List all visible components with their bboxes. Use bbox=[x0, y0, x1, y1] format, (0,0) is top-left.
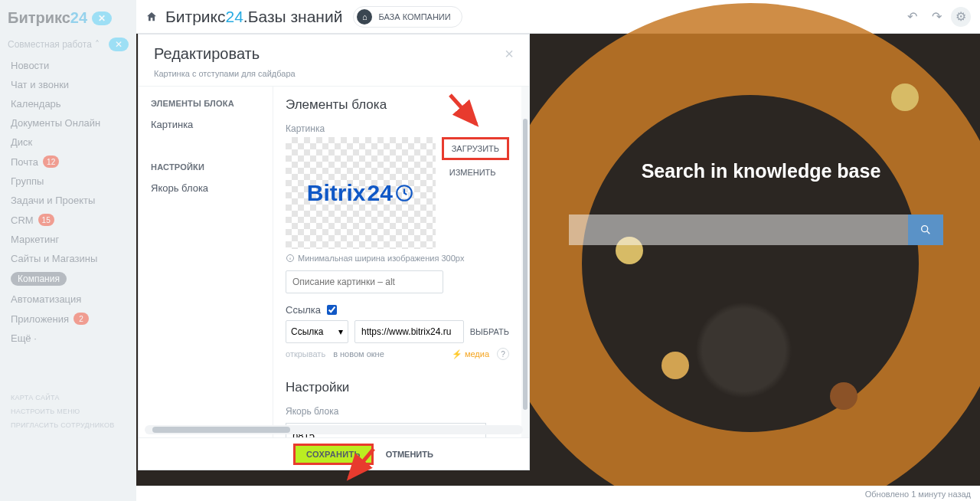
image-preview[interactable]: Bitrix24 bbox=[286, 137, 436, 249]
page-title: Битрикс24.Базы знаний bbox=[165, 8, 342, 26]
sidebar-item-3[interactable]: Документы Онлайн bbox=[0, 113, 136, 133]
left-sidebar: Битрикс 24 ✕ Совместная работа ˄ ✕ Новос… bbox=[0, 0, 136, 501]
kb-chip-label: БАЗА КОМПАНИИ bbox=[378, 12, 450, 21]
edit-modal: Редактировать × Картинка с отступами для… bbox=[138, 34, 530, 470]
open-left: открывать bbox=[286, 349, 325, 359]
save-button[interactable]: СОХРАНИТЬ bbox=[293, 444, 374, 465]
badge: 12 bbox=[43, 156, 59, 168]
sidebar-item-label: Почта bbox=[11, 156, 38, 168]
sidebar-item-12[interactable]: Автоматизация bbox=[0, 290, 136, 309]
search-button[interactable] bbox=[908, 214, 943, 245]
section-heading-elements: Элементы блока bbox=[286, 97, 509, 113]
sidebar-item-label: Чат и звонки bbox=[11, 79, 69, 90]
sidebar-item-label: Маркетинг bbox=[11, 234, 59, 245]
sidebar-item-6[interactable]: Группы bbox=[0, 172, 136, 191]
kb-chip[interactable]: ⌂ БАЗА КОМПАНИИ bbox=[353, 6, 462, 28]
kb-chip-avatar-icon: ⌂ bbox=[357, 9, 372, 25]
modal-nav-item-anchor[interactable]: Якорь блока bbox=[151, 179, 260, 206]
sidebar-item-14[interactable]: Ещё · bbox=[0, 329, 136, 348]
sidebar-item-10[interactable]: Сайты и Магазины bbox=[0, 249, 136, 268]
modal-nav-sec1: ЭЛЕМЕНТЫ БЛОКА bbox=[151, 99, 260, 108]
search-title: Search in knowledge base bbox=[580, 160, 942, 182]
sidebar-item-label: Ещё · bbox=[11, 332, 37, 344]
horizontal-scrollbar[interactable] bbox=[145, 425, 523, 434]
link-pick-button[interactable]: ВЫБРАТЬ bbox=[470, 327, 509, 336]
gear-icon[interactable]: ⚙ bbox=[951, 7, 971, 27]
sidebar-item-label: Задачи и Проекты bbox=[11, 195, 95, 206]
sidebar-item-1[interactable]: Чат и звонки bbox=[0, 75, 136, 94]
modal-nav-item-image[interactable]: Картинка bbox=[151, 116, 260, 142]
image-hint: Минимальная ширина изображения 300px bbox=[286, 254, 509, 263]
open-right[interactable]: в новом окне bbox=[333, 349, 384, 359]
status-text: Обновлено 1 минуту назад bbox=[865, 490, 971, 499]
modal-footer: СОХРАНИТЬ ОТМЕНИТЬ bbox=[139, 437, 529, 470]
sidebar-item-label: Автоматизация bbox=[11, 293, 81, 305]
sidebar-section-label: Совместная работа bbox=[8, 39, 92, 50]
chevron-up-icon: ˄ bbox=[95, 39, 100, 50]
redo-icon[interactable]: ↷ bbox=[926, 7, 946, 27]
anchor-label: Якорь блока bbox=[286, 406, 509, 417]
logo-text-1: Битрикс bbox=[8, 9, 70, 27]
search-bar[interactable] bbox=[569, 214, 943, 245]
sidebar-item-4[interactable]: Диск bbox=[0, 133, 136, 152]
alt-input[interactable] bbox=[286, 270, 443, 293]
sidebar-item-label: Диск bbox=[11, 136, 32, 148]
sidebar-item-label: Сайты и Магазины bbox=[11, 253, 97, 264]
sidebar-item-11[interactable]: Компания bbox=[0, 268, 136, 290]
footer-link-menu[interactable]: НАСТРОИТЬ МЕНЮ bbox=[8, 404, 129, 418]
close-icon[interactable]: × bbox=[505, 45, 514, 63]
section-heading-settings: Настройки bbox=[286, 380, 509, 395]
link-label: Ссылка bbox=[286, 304, 321, 316]
sidebar-item-8[interactable]: CRM15 bbox=[0, 210, 136, 230]
link-type-select[interactable]: Ссылка ▾ bbox=[286, 320, 348, 343]
footer-link-sitemap[interactable]: КАРТА САЙТА bbox=[8, 391, 129, 404]
search-icon bbox=[920, 224, 932, 236]
sidebar-item-5[interactable]: Почта12 bbox=[0, 152, 136, 172]
status-bar: Обновлено 1 минуту назад bbox=[136, 486, 980, 501]
close-pill-icon[interactable]: ✕ bbox=[92, 11, 112, 25]
sidebar-item-label: Новости bbox=[11, 60, 49, 71]
sidebar-item-label: CRM bbox=[11, 214, 34, 226]
modal-nav-sec2: НАСТРОЙКИ bbox=[151, 162, 260, 172]
image-label: Картинка bbox=[286, 123, 509, 134]
cancel-button[interactable]: ОТМЕНИТЬ bbox=[381, 444, 438, 465]
logo-text-2: 24 bbox=[70, 9, 87, 27]
badge: 2 bbox=[74, 313, 89, 325]
hero-ring-decoration bbox=[490, 3, 980, 501]
undo-icon[interactable]: ↶ bbox=[902, 7, 922, 27]
svg-point-0 bbox=[922, 226, 928, 232]
sidebar-item-13[interactable]: Приложения2 bbox=[0, 309, 136, 329]
modal-left-nav: ЭЛЕМЕНТЫ БЛОКА Картинка НАСТРОЙКИ Якорь … bbox=[139, 87, 273, 437]
modal-title: Редактировать bbox=[154, 45, 260, 63]
modal-subtitle: Картинка с отступами для сайдбара bbox=[139, 69, 529, 86]
sidebar-item-label: Компания bbox=[11, 272, 67, 286]
sidebar-item-2[interactable]: Календарь bbox=[0, 94, 136, 113]
media-link[interactable]: ⚡медиа bbox=[452, 349, 489, 359]
footer-link-invite[interactable]: ПРИГЛАСИТЬ СОТРУДНИКОВ bbox=[8, 418, 129, 432]
help-icon[interactable]: ? bbox=[497, 348, 509, 360]
sidebar-item-9[interactable]: Маркетинг bbox=[0, 230, 136, 249]
sidebar-item-7[interactable]: Задачи и Проекты bbox=[0, 191, 136, 210]
sidebar-item-label: Приложения bbox=[11, 313, 69, 325]
link-url-input[interactable] bbox=[354, 320, 464, 343]
sidebar-item-label: Группы bbox=[11, 175, 44, 187]
chevron-down-icon: ▾ bbox=[338, 326, 343, 337]
sidebar-item-0[interactable]: Новости bbox=[0, 56, 136, 75]
sidebar-section-title[interactable]: Совместная работа ˄ ✕ bbox=[0, 33, 136, 56]
sidebar-item-label: Календарь bbox=[11, 98, 61, 110]
home-icon[interactable] bbox=[145, 11, 158, 23]
edit-image-button[interactable]: ИЗМЕНИТЬ bbox=[442, 163, 509, 182]
upload-button[interactable]: ЗАГРУЗИТЬ bbox=[442, 137, 509, 160]
logo: Битрикс 24 ✕ bbox=[0, 6, 136, 33]
close-pill-icon[interactable]: ✕ bbox=[109, 38, 129, 51]
sidebar-footer: КАРТА САЙТА НАСТРОИТЬ МЕНЮ ПРИГЛАСИТЬ СО… bbox=[0, 391, 136, 432]
modal-right-panel: Элементы блока Картинка Bitrix24 ЗАГРУЗИ… bbox=[273, 87, 529, 437]
link-checkbox[interactable] bbox=[327, 305, 337, 315]
clock-icon bbox=[394, 183, 414, 203]
sidebar-item-label: Документы Онлайн bbox=[11, 117, 100, 129]
vertical-scrollbar[interactable] bbox=[521, 87, 529, 437]
badge: 15 bbox=[38, 214, 54, 226]
info-icon bbox=[286, 254, 295, 263]
brand-logo: Bitrix24 bbox=[307, 180, 414, 206]
